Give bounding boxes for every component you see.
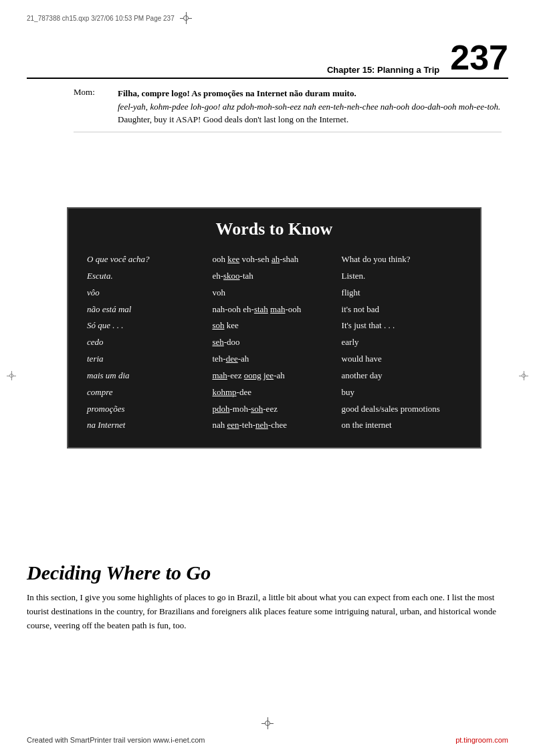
- chapter-title: Chapter 15: Planning a Trip: [27, 65, 450, 75]
- portuguese-word: na Internet: [84, 417, 209, 434]
- print-header-text: 21_787388 ch15.qxp 3/27/06 10:53 PM Page…: [27, 15, 175, 22]
- pronunciation: ooh kee voh-seh ah-shah: [209, 251, 338, 268]
- words-to-know-box: Words to Know O que você acha?ooh kee vo…: [67, 207, 481, 449]
- pronunciation: nah een-teh-neh-chee: [209, 417, 338, 434]
- portuguese-word: teria: [84, 351, 209, 368]
- table-row: não está malnah-ooh eh-stah mah-oohit's …: [84, 301, 464, 318]
- margin-mark-right: [519, 371, 528, 380]
- dialogue-speaker: Mom:: [74, 87, 107, 126]
- dialogue-row: Mom: Filha, compre logo! As promoções na…: [74, 87, 502, 126]
- dialogue-content: Filha, compre logo! As promoções na Inte…: [118, 87, 502, 126]
- dialogue-section: Mom: Filha, compre logo! As promoções na…: [74, 87, 502, 132]
- english-translation: another day: [339, 368, 464, 384]
- portuguese-word: promoções: [84, 401, 209, 418]
- section-title: Deciding Where to Go: [27, 561, 508, 584]
- english-translation: would have: [339, 351, 464, 368]
- english-translation: It's just that . . .: [339, 318, 464, 334]
- pronunciation: seh-doo: [209, 334, 338, 351]
- margin-mark-left: [7, 371, 16, 380]
- table-row: vôovohflight: [84, 285, 464, 301]
- table-row: promoçõespdoh-moh-soh-eezgood deals/sale…: [84, 401, 464, 418]
- pronunciation: teh-dee-ah: [209, 351, 338, 368]
- english-translation: on the internet: [339, 417, 464, 434]
- pronunciation: eh-skoo-tah: [209, 268, 338, 285]
- table-row: O que você acha?ooh kee voh-seh ah-shahW…: [84, 251, 464, 268]
- chapter-header: Chapter 15: Planning a Trip 237: [27, 40, 508, 79]
- bottom-crosshair-icon: [261, 717, 274, 729]
- words-box-title: Words to Know: [84, 219, 464, 239]
- english-translation: What do you think?: [339, 251, 464, 268]
- portuguese-word: vôo: [84, 285, 209, 301]
- table-row: na Internetnah een-teh-neh-cheeon the in…: [84, 417, 464, 434]
- english-translation: it's not bad: [339, 301, 464, 318]
- table-row: cedoseh-dooearly: [84, 334, 464, 351]
- right-crosshair-icon: [519, 371, 528, 380]
- english-translation: buy: [339, 384, 464, 401]
- dialogue-divider: [74, 132, 502, 132]
- chapter-number: 237: [450, 40, 508, 75]
- english-translation: early: [339, 334, 464, 351]
- crosshair-icon: [180, 12, 192, 24]
- dialogue-normal-line: Daughter, buy it ASAP! Good deals don't …: [118, 113, 502, 126]
- portuguese-word: compre: [84, 384, 209, 401]
- footer-right-text: pt.tingroom.com: [455, 736, 508, 744]
- pronunciation: nah-ooh eh-stah mah-ooh: [209, 301, 338, 318]
- table-row: teriateh-dee-ahwould have: [84, 351, 464, 368]
- table-row: comprekohmp-deebuy: [84, 384, 464, 401]
- words-table: O que você acha?ooh kee voh-seh ah-shahW…: [84, 251, 464, 434]
- pronunciation: kohmp-dee: [209, 384, 338, 401]
- footer-left-text: Created with SmartPrinter trail version …: [27, 736, 205, 744]
- pronunciation: voh: [209, 285, 338, 301]
- print-header: 21_787388 ch15.qxp 3/27/06 10:53 PM Page…: [27, 12, 508, 24]
- pronunciation: pdoh-moh-soh-eez: [209, 401, 338, 418]
- footer: Created with SmartPrinter trail version …: [27, 736, 508, 744]
- pronunciation: soh kee: [209, 318, 338, 334]
- deciding-section: Deciding Where to Go In this section, I …: [27, 561, 508, 632]
- left-crosshair-icon: [7, 371, 16, 380]
- english-translation: flight: [339, 285, 464, 301]
- table-row: mais um diamah-eez oong jee-ahanother da…: [84, 368, 464, 384]
- portuguese-word: Escuta.: [84, 268, 209, 285]
- section-body: In this section, I give you some highlig…: [27, 591, 508, 632]
- portuguese-word: cedo: [84, 334, 209, 351]
- portuguese-word: mais um dia: [84, 368, 209, 384]
- portuguese-word: O que você acha?: [84, 251, 209, 268]
- table-row: Escuta.eh-skoo-tahListen.: [84, 268, 464, 285]
- dialogue-italic-line: feel-yah, kohm-pdee loh-goo! ahz pdoh-mo…: [118, 100, 502, 114]
- portuguese-word: não está mal: [84, 301, 209, 318]
- english-translation: Listen.: [339, 268, 464, 285]
- pronunciation: mah-eez oong jee-ah: [209, 368, 338, 384]
- portuguese-word: Só que . . .: [84, 318, 209, 334]
- dialogue-bold-line: Filha, compre logo! As promoções na Inte…: [118, 87, 502, 100]
- english-translation: good deals/sales promotions: [339, 401, 464, 418]
- table-row: Só que . . .soh keeIt's just that . . .: [84, 318, 464, 334]
